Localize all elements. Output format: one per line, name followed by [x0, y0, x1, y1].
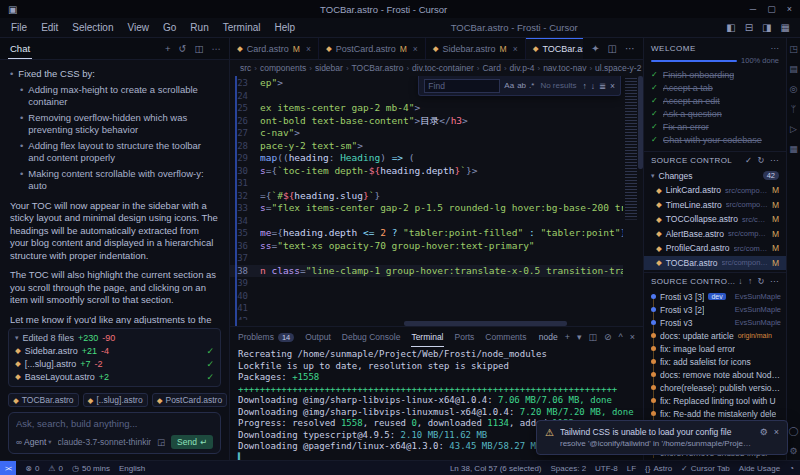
code-line[interactable]: 32={`#${heading.slug}`} — [230, 190, 623, 203]
commit-row[interactable]: fix: add safelist for icons — [644, 355, 786, 368]
attach-image-icon[interactable]: ◲ — [157, 437, 165, 447]
refresh-icon[interactable]: ↻ — [758, 155, 766, 165]
toggle-panel-icon[interactable]: ⊟ — [745, 22, 753, 33]
fetch-icon[interactable]: ↓ — [738, 276, 743, 286]
model-selector[interactable]: claude-3.7-sonnet-thinking ▾ — [58, 437, 151, 447]
menu-edit[interactable]: Edit — [34, 22, 65, 33]
match-case-icon[interactable]: Aa — [504, 81, 514, 90]
breadcrumb-item-components[interactable]: components — [260, 63, 306, 73]
terminal-profile-dropdown-icon[interactable]: ▾ — [577, 332, 582, 342]
scm-file-row[interactable]: ◆LinkCard.astrosrc/componentsM — [644, 183, 786, 198]
welcome-item-ask-a-question[interactable]: ✓Ask a question — [651, 107, 779, 120]
add-terminal-icon[interactable]: + — [565, 332, 570, 342]
close-icon[interactable]: × — [774, 427, 779, 437]
scm-file-row[interactable]: ◆TimeLine.astrosrc/componentsM — [644, 198, 786, 213]
status-timer[interactable]: ◷50 mins — [72, 464, 110, 473]
breadcrumb-item-src[interactable]: src — [240, 63, 251, 73]
commit-row[interactable]: fix: Re-add the mistakenly dele — [644, 407, 786, 420]
more-icon[interactable]: ⋯ — [770, 155, 779, 165]
status-errors[interactable]: ⊗0 — [25, 464, 39, 473]
context-chip-slug-astro[interactable]: ◆[..slug].astro — [83, 393, 148, 407]
tab-card-astro[interactable]: ◆Card.astroM× — [230, 38, 319, 59]
refresh-icon[interactable]: ↻ — [758, 276, 766, 286]
code-line[interactable]: 31 — [230, 177, 623, 190]
more-icon[interactable]: ⋯ — [212, 43, 222, 54]
breadcrumb-item-div-p-4[interactable]: div.p-4 — [510, 63, 535, 73]
minimize-icon[interactable]: ─ — [750, 4, 756, 14]
code-line[interactable]: 25ex items-center gap-2 mb-4"> — [230, 102, 623, 115]
gear-icon[interactable]: ⚙ — [760, 427, 768, 437]
edited-file-row[interactable]: ◆Sidebar.astro+21-4✓ — [15, 344, 214, 357]
close-icon[interactable]: × — [513, 44, 518, 54]
git-modified-badge[interactable]: M — [772, 243, 779, 253]
code-line[interactable]: 28pace-y-2 text-sm"> — [230, 140, 623, 153]
editor-sash[interactable] — [235, 76, 237, 326]
horizontal-scrollbar[interactable] — [260, 321, 621, 326]
panel-tab-output[interactable]: Output — [305, 327, 331, 347]
status-indentation[interactable]: Spaces: 2 — [551, 464, 587, 473]
commit-row[interactable]: docs: remove note about Node.js — [644, 368, 786, 381]
search-icon[interactable]: ◎ — [790, 84, 798, 94]
scm-file-row[interactable]: ◆ProfileCard.astrosrc/componentsM — [644, 241, 786, 256]
maximize-panel-icon[interactable]: ^ — [619, 332, 623, 342]
commit-row[interactable]: fix: Replaced linting tool with U — [644, 394, 786, 407]
account-icon[interactable]: ◯ — [788, 426, 798, 436]
tab-sidebar-astro[interactable]: ◆Sidebar.astroM× — [426, 38, 526, 59]
welcome-item-accept-an-edit[interactable]: ✓Accept an edit — [651, 94, 779, 107]
menu-selection[interactable]: Selection — [65, 22, 120, 33]
code-line[interactable]: 38n class="line-clamp-1 group-hover:tran… — [230, 265, 623, 278]
close-icon[interactable]: × — [306, 44, 311, 54]
chat-input[interactable] — [16, 418, 213, 429]
breadcrumb-item-nav-toc-nav[interactable]: nav.toc-nav — [543, 63, 586, 73]
code-line[interactable]: 37 — [230, 252, 623, 265]
status-language-mode[interactable]: {}Astro — [645, 464, 672, 473]
welcome-item-accept-a-tab[interactable]: ✓Accept a tab — [651, 81, 779, 94]
more-actions-icon[interactable]: ⋯ — [625, 43, 635, 54]
toggle-secondary-sidebar-icon[interactable]: ◨ — [762, 22, 771, 33]
remote-indicator[interactable]: >< — [0, 461, 16, 475]
regex-icon[interactable]: .* — [529, 81, 534, 90]
terminal-shell-node[interactable]: node — [539, 332, 558, 342]
context-chip-postcard-astro[interactable]: ◆PostCard.astro — [152, 393, 227, 407]
commit-row[interactable]: fix: image load error — [644, 342, 786, 355]
code-area[interactable]: 23ep">2425ex items-center gap-2 mb-4">26… — [230, 76, 623, 320]
minimap[interactable] — [624, 76, 638, 320]
edited-files-summary[interactable]: ▾Edited 8 files+230-90 — [15, 332, 214, 344]
changes-header[interactable]: ▾ Changes 42 — [644, 168, 786, 183]
code-line[interactable]: 39 — [230, 277, 623, 290]
scm-file-row[interactable]: ◆TOCBar.astrosrc/componentsM — [644, 256, 786, 271]
code-line[interactable]: 33s="flex items-center gap-2 p-1.5 round… — [230, 202, 623, 215]
menu-run[interactable]: Run — [183, 22, 215, 33]
status-warnings[interactable]: ⚠0 — [48, 464, 63, 473]
menu-go[interactable]: Go — [156, 22, 183, 33]
panel-tab-comments[interactable]: Comments — [485, 327, 526, 347]
status-eol[interactable]: LF — [627, 464, 636, 473]
git-modified-badge[interactable]: M — [772, 214, 779, 224]
chat-icon[interactable]: ◳ — [789, 44, 798, 54]
git-modified-badge[interactable]: M — [772, 200, 779, 210]
code-line[interactable]: 36ss="text-xs opacity-70 group-hover:tex… — [230, 240, 623, 253]
find-previous-icon[interactable]: ↑ — [582, 81, 586, 91]
extensions-icon[interactable]: ▦ — [789, 144, 798, 154]
find-next-icon[interactable]: ↓ — [591, 81, 595, 91]
code-line[interactable]: 27c-nav"> — [230, 127, 623, 140]
explorer-icon[interactable]: ▤ — [789, 64, 798, 74]
close-icon[interactable]: × — [413, 44, 418, 54]
open-in-editor-icon[interactable]: ◫ — [195, 43, 204, 54]
status-encoding[interactable]: UTF-8 — [595, 464, 618, 473]
scm-file-row[interactable]: ◆AlertBase.astrosrc/componentsM — [644, 227, 786, 242]
menu-view[interactable]: View — [121, 22, 157, 33]
vertical-scrollbar[interactable] — [638, 76, 643, 320]
code-line[interactable]: 34 — [230, 215, 623, 228]
split-terminal-icon[interactable]: ◫ — [588, 332, 597, 342]
history-icon[interactable]: ↺ — [179, 43, 187, 54]
welcome-item-fix-an-error[interactable]: ✓Fix an error — [651, 120, 779, 133]
find-input[interactable] — [424, 79, 500, 93]
code-line[interactable]: 42 — [230, 315, 623, 321]
toggle-primary-sidebar-icon[interactable]: ◧ — [726, 22, 735, 33]
sparkle-icon[interactable]: ✦ — [591, 43, 599, 54]
status-cursor-tab[interactable]: ✓Cursor Tab — [681, 464, 730, 473]
settings-icon[interactable]: ⚙ — [789, 446, 797, 456]
kill-terminal-icon[interactable]: ⊘ — [604, 332, 612, 342]
close-icon[interactable]: × — [610, 81, 615, 91]
